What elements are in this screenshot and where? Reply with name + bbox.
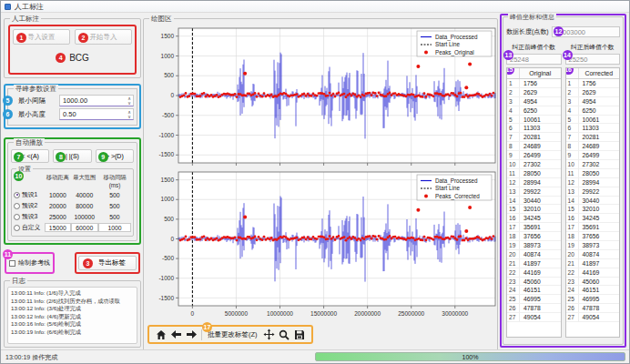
table-row[interactable]: 2446151 <box>507 286 561 295</box>
preset-custom-input[interactable]: 60000 <box>71 223 98 232</box>
table-row[interactable]: 1735691 <box>507 223 561 232</box>
table-row[interactable]: 824689 <box>566 142 620 151</box>
preset-radio[interactable] <box>14 192 20 198</box>
export-labels-button[interactable]: 3 导出标签 <box>78 256 137 270</box>
preset-value: 25000 <box>45 214 70 220</box>
table-row[interactable]: 1027302 <box>507 160 561 169</box>
svg-text:-500: -500 <box>162 255 174 261</box>
table-row[interactable]: 510061 <box>566 116 620 125</box>
table-row[interactable]: 11756 <box>566 79 620 88</box>
table-row[interactable]: 1228994 <box>566 178 620 187</box>
zoom-icon[interactable] <box>279 329 290 340</box>
table-row[interactable]: 2345060 <box>507 278 561 287</box>
table-row[interactable]: 1128050 <box>507 169 561 178</box>
table-row[interactable]: 1634245 <box>566 214 620 223</box>
row-index: 17 <box>507 223 520 231</box>
row-index: 7 <box>507 133 520 141</box>
table-row[interactable]: 1938973 <box>566 241 620 250</box>
back-icon[interactable] <box>170 329 182 340</box>
reference-line-checkbox[interactable] <box>9 260 15 267</box>
table-row[interactable]: 2546995 <box>566 295 620 304</box>
table-row[interactable]: 720281 <box>507 133 561 142</box>
step-back-button[interactable]: 7 < <(A) <box>11 149 49 163</box>
table-row[interactable]: 2040874 <box>507 250 561 259</box>
preset-label: 预设2 <box>22 201 37 210</box>
original-table[interactable]: 15 Original11756226293495446250510061611… <box>506 67 562 338</box>
chart-top[interactable]: 150010005000-500-1000-1500Data_Processed… <box>146 24 503 167</box>
batch-edit-labels-button[interactable]: 17 批量更改标签(Z) <box>206 330 259 339</box>
table-row[interactable]: 11756 <box>507 79 561 88</box>
table-row[interactable]: 510061 <box>507 116 561 125</box>
table-row[interactable]: 1837656 <box>507 232 561 241</box>
table-row[interactable]: 1532010 <box>507 205 561 214</box>
table-row[interactable]: 1532010 <box>566 205 620 214</box>
preset-custom-input[interactable]: 1000 <box>98 223 131 232</box>
preset-label: 预设3 <box>22 212 37 221</box>
table-row[interactable]: 2040874 <box>566 250 620 259</box>
center-panel: 绘图区 150010005000-500-1000-1500Data_Proce… <box>143 14 498 348</box>
row-value: 49054 <box>520 313 561 321</box>
log-lines[interactable]: 13:00:11 Info: (1/6)导入完成13:00:11 Info: (… <box>7 287 137 344</box>
forward-icon[interactable] <box>186 329 198 340</box>
table-row[interactable]: 46250 <box>566 106 620 116</box>
preset-radio[interactable] <box>14 225 20 231</box>
table-row[interactable]: 2749054 <box>566 313 620 322</box>
table-row[interactable]: 1329922 <box>507 187 561 197</box>
spin-down-icon[interactable]: ∨ <box>127 115 131 119</box>
table-row[interactable]: 34954 <box>507 97 561 106</box>
table-row[interactable]: 2345060 <box>566 278 620 287</box>
table-row[interactable]: 2749054 <box>507 313 561 322</box>
table-row[interactable]: 1837656 <box>566 232 620 241</box>
min-interval-spinbox[interactable]: 1000.00 ∧∨ <box>59 95 134 106</box>
save-icon[interactable] <box>294 329 306 340</box>
app-icon <box>5 4 11 10</box>
start-import-button[interactable]: 2 开始导入 <box>75 29 132 45</box>
import-settings-button[interactable]: 1 导入设置 <box>13 29 70 45</box>
table-row[interactable]: 2647878 <box>507 304 561 313</box>
table-row[interactable]: 1228994 <box>507 178 561 187</box>
row-index: 1 <box>566 79 579 87</box>
table-row[interactable]: 611303 <box>507 124 561 133</box>
table-row[interactable]: 824689 <box>507 142 561 151</box>
table-row[interactable]: 2647878 <box>566 304 620 313</box>
preset-radio[interactable] <box>14 203 20 209</box>
table-row[interactable]: 1329922 <box>566 187 620 197</box>
table-row[interactable]: 22629 <box>566 88 620 97</box>
table-row[interactable]: 2446151 <box>566 286 620 295</box>
table-row[interactable]: 1735691 <box>566 223 620 232</box>
table-row[interactable]: 2546995 <box>507 295 561 304</box>
table-row[interactable]: 926499 <box>566 151 620 160</box>
table-row[interactable]: 2141897 <box>507 259 561 268</box>
table-row[interactable]: 1430440 <box>566 197 620 206</box>
svg-text:1500: 1500 <box>161 33 175 39</box>
preset-radio-cell: 预设2 <box>14 201 45 210</box>
table-row[interactable]: 1128050 <box>566 169 620 178</box>
step-forward-button[interactable]: 9 > >(D) <box>96 149 134 163</box>
pan-icon[interactable] <box>263 329 275 340</box>
chart-bottom[interactable]: 150010005000-500-1000-150005000000100000… <box>146 167 503 322</box>
table-row[interactable]: 720281 <box>566 133 620 142</box>
table-row[interactable]: 926499 <box>507 151 561 160</box>
pause-button[interactable]: 8 | |(S) <box>53 149 91 163</box>
preset-radio[interactable] <box>14 214 20 220</box>
table-row[interactable]: 2244169 <box>566 268 620 278</box>
table-row[interactable]: 1634245 <box>507 214 561 223</box>
row-index: 9 <box>507 151 520 159</box>
preset-custom-input[interactable]: 15000 <box>45 223 71 232</box>
spin-down-icon[interactable]: ∨ <box>127 101 131 106</box>
table-row[interactable]: 34954 <box>566 97 620 106</box>
row-value: 32010 <box>520 205 561 213</box>
table-row[interactable]: 2141897 <box>566 259 620 268</box>
home-icon[interactable] <box>155 329 167 340</box>
table-row[interactable]: 46250 <box>507 106 561 116</box>
min-height-spinbox[interactable]: 0.50 ∧∨ <box>59 108 134 120</box>
import-area-annotation: 1 导入设置 2 开始导入 4 BCG <box>8 25 137 75</box>
table-row[interactable]: 1027302 <box>566 160 620 169</box>
table-row[interactable]: 1938973 <box>507 241 561 250</box>
table-row[interactable]: 2244169 <box>507 268 561 278</box>
table-row[interactable]: 22629 <box>507 88 561 97</box>
table-row[interactable]: 1430440 <box>507 197 561 206</box>
table-row[interactable]: 611303 <box>566 124 620 133</box>
log-group: 日志 13:00:11 Info: (1/6)导入完成13:00:11 Info… <box>4 280 141 348</box>
corrected-table[interactable]: 16 Corrected1175622629349544625051006161… <box>565 67 621 338</box>
